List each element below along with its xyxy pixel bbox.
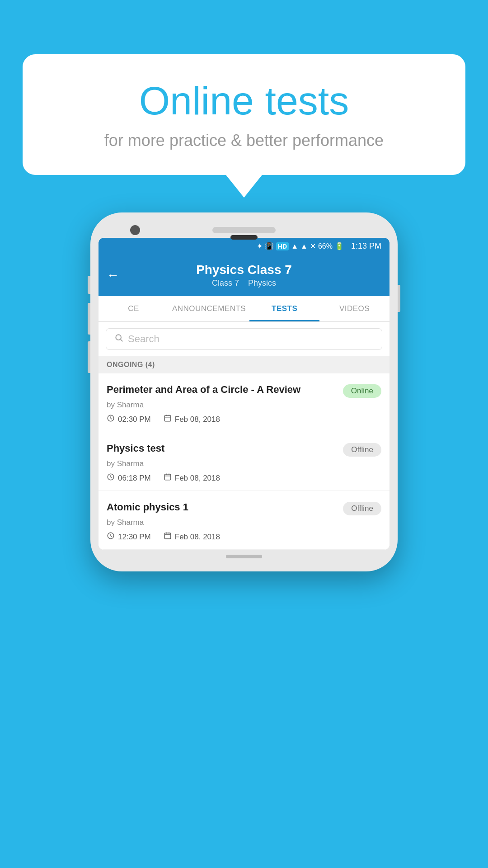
header-subject: Physics (248, 278, 276, 288)
test-time: 12:30 PM (107, 532, 151, 542)
section-header-ongoing: ONGOING (4) (99, 356, 389, 373)
tab-videos[interactable]: VIDEOS (319, 296, 389, 321)
search-bar[interactable]: Search (106, 328, 382, 350)
clock-icon (107, 473, 115, 483)
test-item[interactable]: Physics test Offline by Sharma 06:18 PM (99, 432, 389, 491)
bubble-subtitle: for more practice & better performance (54, 131, 434, 150)
status-icons: ✦ 📳 HD ▲ ▲ ✕ 66% 🔋 (257, 242, 344, 250)
home-button-indicator (230, 235, 258, 240)
test-meta: 12:30 PM Feb 08, 2018 (107, 532, 381, 542)
test-date: Feb 08, 2018 (164, 532, 220, 542)
calendar-icon (164, 414, 172, 425)
test-author: by Sharma (107, 459, 381, 468)
calendar-icon (164, 473, 172, 483)
status-time: 1:13 PM (351, 241, 381, 251)
vibrate-icon: 📳 (265, 242, 274, 250)
test-time-value: 06:18 PM (118, 474, 151, 483)
speaker-grill (212, 227, 276, 233)
home-bar (226, 555, 262, 558)
test-status-badge: Online (343, 384, 381, 398)
tabs-bar: CE ANNOUNCEMENTS TESTS VIDEOS (99, 296, 389, 322)
test-date-value: Feb 08, 2018 (175, 415, 220, 424)
tab-tests[interactable]: TESTS (249, 296, 319, 321)
test-date-value: Feb 08, 2018 (175, 474, 220, 483)
signal-icon: ▲ (300, 242, 308, 250)
svg-rect-13 (164, 533, 171, 539)
bluetooth-icon: ✦ (257, 242, 263, 250)
svg-point-0 (116, 335, 121, 340)
header-subtitle: Class 7 Physics (108, 278, 380, 288)
wifi-icon: ▲ (291, 242, 298, 250)
svg-line-1 (121, 340, 123, 342)
clock-icon (107, 414, 115, 425)
phone-wrapper: ✦ 📳 HD ▲ ▲ ✕ 66% 🔋 1:13 PM ← Physics Cla… (90, 212, 398, 571)
phone-bottom (99, 550, 389, 563)
bubble-title: Online tests (54, 79, 434, 123)
phone-top (99, 221, 389, 238)
hd-icon: HD (276, 242, 289, 250)
power-button (398, 285, 400, 312)
test-status-badge: Offline (343, 443, 381, 457)
volume-up-button (88, 303, 90, 335)
test-meta: 02:30 PM Feb 08, 2018 (107, 414, 381, 425)
test-date: Feb 08, 2018 (164, 473, 220, 483)
test-author: by Sharma (107, 401, 381, 410)
back-button[interactable]: ← (107, 268, 119, 283)
svg-rect-3 (164, 415, 171, 421)
test-name: Perimeter and Area of a Circle - A Revie… (107, 383, 337, 396)
search-icon (114, 333, 123, 345)
test-status-badge: Offline (343, 502, 381, 515)
status-bar: ✦ 📳 HD ▲ ▲ ✕ 66% 🔋 1:13 PM (99, 238, 389, 255)
phone-screen: ✦ 📳 HD ▲ ▲ ✕ 66% 🔋 1:13 PM ← Physics Cla… (99, 238, 389, 550)
bubble-arrow (226, 175, 262, 198)
no-signal-icon: ✕ (310, 242, 316, 250)
battery-icon: 🔋 (335, 242, 344, 250)
calendar-icon (164, 532, 172, 542)
test-meta: 06:18 PM Feb 08, 2018 (107, 473, 381, 483)
speech-bubble-wrapper: Online tests for more practice & better … (23, 54, 465, 198)
test-time: 06:18 PM (107, 473, 151, 483)
header-class: Class 7 (212, 278, 239, 288)
test-time: 02:30 PM (107, 414, 151, 425)
test-name: Atomic physics 1 (107, 501, 337, 514)
search-placeholder: Search (128, 333, 160, 345)
test-date: Feb 08, 2018 (164, 414, 220, 425)
app-header: ← Physics Class 7 Class 7 Physics (99, 255, 389, 296)
test-item[interactable]: Atomic physics 1 Offline by Sharma 12:30… (99, 491, 389, 550)
clock-icon (107, 532, 115, 542)
test-date-value: Feb 08, 2018 (175, 533, 220, 542)
phone-shell: ✦ 📳 HD ▲ ▲ ✕ 66% 🔋 1:13 PM ← Physics Cla… (90, 212, 398, 571)
test-time-value: 02:30 PM (118, 415, 151, 424)
tab-ce[interactable]: CE (99, 296, 169, 321)
test-author: by Sharma (107, 518, 381, 527)
svg-rect-8 (164, 474, 171, 480)
battery-percent: 66% (318, 242, 333, 250)
test-time-value: 12:30 PM (118, 533, 151, 542)
front-camera (130, 225, 140, 235)
volume-down-button (88, 341, 90, 373)
search-bar-wrap: Search (99, 322, 389, 356)
volume-mute-button (88, 276, 90, 294)
test-item[interactable]: Perimeter and Area of a Circle - A Revie… (99, 373, 389, 432)
tab-announcements[interactable]: ANNOUNCEMENTS (169, 296, 249, 321)
test-name: Physics test (107, 442, 337, 455)
header-title: Physics Class 7 (108, 263, 380, 277)
speech-bubble: Online tests for more practice & better … (23, 54, 465, 175)
